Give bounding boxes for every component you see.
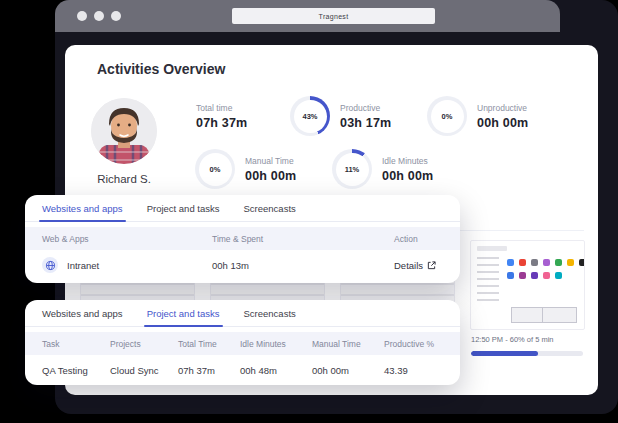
stat-label: Total time [196, 103, 247, 113]
table-header: Web & Apps Time & Spent Action [25, 227, 460, 250]
avatar [91, 98, 157, 164]
column-productive-percent: Productive % [384, 339, 460, 349]
project-and-tasks-card: Websites and apps Project and tasks Scre… [25, 300, 460, 385]
window-control-dot[interactable] [94, 11, 104, 21]
project-name: Cloud Sync [110, 365, 178, 376]
tab-bar: Websites and apps Project and tasks Scre… [25, 195, 460, 222]
productive-donut-chart: 43% [290, 96, 330, 136]
manual-time-donut-chart: 0% [195, 149, 235, 189]
idle-minutes-value: 00h 48m [240, 365, 312, 376]
stat-idle-minutes: 11% Idle Minutes 00h 00m [332, 149, 433, 189]
thumbnail-taskbar [511, 307, 577, 323]
column-projects: Projects [110, 339, 178, 349]
websites-and-apps-card: Websites and apps Project and tasks Scre… [25, 195, 460, 283]
screencast-caption: 12:50 PM - 60% of 5 min [471, 335, 554, 344]
productive-percent-value: 43.39 [384, 365, 460, 376]
screencast-progress-bar [471, 351, 583, 356]
stat-productive: 43% Productive 03h 17m [290, 96, 391, 136]
user-name: Richard S. [73, 173, 175, 185]
unproductive-donut-chart: 0% [427, 96, 467, 136]
thumbnail-app-icons [507, 259, 514, 266]
stat-value: 00h 00m [382, 169, 433, 183]
stat-label: Idle Minutes [382, 156, 433, 166]
browser-title-bar: Tragnest [55, 0, 560, 32]
tab-project-and-tasks[interactable]: Project and tasks [147, 308, 220, 326]
donut-percent: 0% [210, 165, 221, 174]
tab-screencasts[interactable]: Screencasts [244, 308, 296, 326]
thumbnail-window-bar [477, 246, 507, 251]
globe-icon [42, 257, 58, 273]
stat-unproductive: 0% Unproductive 00h 00m [427, 96, 528, 136]
stat-value: 00h 00m [477, 116, 528, 130]
tab-websites-and-apps[interactable]: Websites and apps [42, 203, 123, 221]
stat-label: Manual Time [245, 156, 296, 166]
column-web-apps: Web & Apps [42, 234, 212, 244]
table-header: Task Projects Total Time Idle Minutes Ma… [25, 332, 460, 355]
idle-minutes-donut-chart: 11% [332, 149, 372, 189]
website-name: Intranet [67, 260, 99, 271]
stat-label: Productive [340, 103, 391, 113]
stat-value: 03h 17m [340, 116, 391, 130]
column-idle-minutes: Idle Minutes [240, 339, 312, 349]
column-total-time: Total Time [178, 339, 240, 349]
details-link[interactable]: Details [394, 260, 460, 271]
tab-project-and-tasks[interactable]: Project and tasks [147, 203, 220, 221]
tab-bar: Websites and apps Project and tasks Scre… [25, 300, 460, 327]
stat-value: 07h 37m [196, 116, 247, 130]
total-time-value: 07h 37m [178, 365, 240, 376]
column-action: Action [394, 234, 460, 244]
column-manual-time: Manual Time [312, 339, 384, 349]
user-profile: Richard S. [73, 98, 175, 185]
window-control-dot[interactable] [111, 11, 121, 21]
tab-screencasts[interactable]: Screencasts [244, 203, 296, 221]
window-controls [77, 11, 121, 21]
external-link-icon [427, 261, 436, 270]
stat-label: Unproductive [477, 103, 528, 113]
avatar-illustration [91, 98, 157, 164]
table-row[interactable]: QA Testing Cloud Sync 07h 37m 00h 48m 00… [25, 355, 460, 385]
screencast-thumbnail[interactable] [470, 240, 585, 330]
page-title: Activities Overview [97, 61, 225, 77]
address-bar[interactable]: Tragnest [232, 8, 435, 24]
window-control-dot[interactable] [77, 11, 87, 21]
stat-total-time: Total time 07h 37m [196, 103, 247, 130]
stat-value: 00h 00m [245, 169, 296, 183]
screencast-progress-fill [471, 351, 538, 356]
tab-websites-and-apps[interactable]: Websites and apps [42, 308, 123, 326]
details-label: Details [394, 260, 423, 271]
donut-percent: 0% [442, 112, 453, 121]
donut-percent: 11% [345, 165, 360, 174]
manual-time-value: 00h 00m [312, 365, 384, 376]
donut-percent: 43% [302, 112, 317, 121]
column-time-spent: Time & Spent [212, 234, 394, 244]
column-task: Task [42, 339, 110, 349]
stat-manual-time: 0% Manual Time 00h 00m [195, 149, 296, 189]
time-spent-value: 00h 13m [212, 260, 394, 271]
thumbnail-sidebar [477, 257, 499, 303]
task-name: QA Testing [42, 365, 110, 376]
table-row[interactable]: Intranet 00h 13m Details [25, 250, 460, 280]
